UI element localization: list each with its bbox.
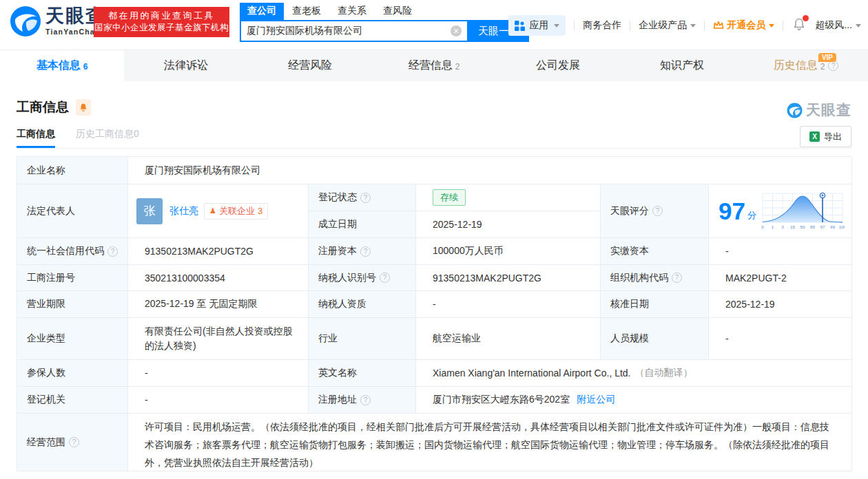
help-icon[interactable] xyxy=(107,246,118,257)
tab-operational-risk[interactable]: 经营风险 xyxy=(248,50,372,81)
search-input[interactable] xyxy=(241,25,451,36)
svg-text:50: 50 xyxy=(800,224,805,229)
search-tab-boss[interactable]: 查老板 xyxy=(284,3,329,20)
svg-text:99: 99 xyxy=(830,224,835,229)
value-industry: 航空运输业 xyxy=(416,318,601,360)
label-taxpayer-id: 纳税人识别号 xyxy=(309,265,416,291)
related-companies-badge[interactable]: ♟ 关联企业 3 xyxy=(204,203,268,220)
label-tianyan-score: 天眼评分 xyxy=(601,184,709,238)
search-tab-risk[interactable]: 查风险 xyxy=(375,3,420,20)
nav-business-cooperation[interactable]: 商务合作 xyxy=(583,19,621,32)
tab-basic-info[interactable]: 基本信息6 xyxy=(0,50,124,81)
nearby-companies-link[interactable]: 附近公司 xyxy=(577,394,615,406)
value-approval-date: 2025-12-19 xyxy=(709,291,852,318)
value-company-name: 厦门翔安国际机场有限公司 xyxy=(128,157,852,184)
value-tianyan-score: 97 分 xyxy=(709,184,852,238)
business-info-table: 企业名称 厦门翔安国际机场有限公司 法定代表人 张 张仕亮 ♟ 关联企业 3 登… xyxy=(17,156,851,471)
label-registration-status: 登记状态 xyxy=(309,184,416,211)
search-tabs: 查公司 查老板 查关系 查风险 xyxy=(240,3,529,20)
label-paid-capital: 实缴资本 xyxy=(601,238,709,265)
crown-icon xyxy=(713,21,724,30)
avatar[interactable]: 张 xyxy=(136,198,163,224)
subtab-business-registration[interactable]: 工商信息 xyxy=(17,128,55,148)
divider xyxy=(704,21,705,31)
label-registration-number: 工商注册号 xyxy=(17,265,128,291)
value-registration-authority: - xyxy=(128,387,309,414)
monitor-bell-button[interactable] xyxy=(76,99,91,116)
label-industry: 行业 xyxy=(309,318,416,360)
excel-icon xyxy=(809,131,820,142)
bell-icon xyxy=(79,103,87,112)
value-legal-representative: 张 张仕亮 ♟ 关联企业 3 xyxy=(128,184,309,238)
svg-text:100: 100 xyxy=(839,224,845,229)
help-icon[interactable] xyxy=(652,206,663,216)
value-registered-address: 厦门市翔安区大嶝东路6号202室 附近公司 xyxy=(416,387,852,414)
tianyancha-logo-icon xyxy=(787,103,803,118)
label-registered-address: 注册地址 xyxy=(309,387,416,414)
section-header: 工商信息 xyxy=(17,98,91,116)
company-nav-tabs: 基本信息6 法律诉讼 经营风险 经营信息2 公司发展 知识产权 VIP 历史信息… xyxy=(0,50,868,81)
label-staff-size: 人员规模 xyxy=(601,318,709,360)
value-registration-status: 存续 xyxy=(416,184,601,211)
nav-account-menu[interactable]: 超级风... xyxy=(815,19,861,32)
nav-enterprise-products[interactable]: 企业级产品 xyxy=(639,19,696,32)
value-company-type: 有限责任公司(非自然人投资或控股的法人独资) xyxy=(128,318,309,360)
watermark-text: 天眼查 xyxy=(806,100,851,120)
score-distribution-chart: 0 1 3 15 50 85 97 99 100 xyxy=(761,190,845,233)
help-icon[interactable] xyxy=(380,273,390,283)
nav-open-membership[interactable]: 开通会员 xyxy=(713,19,774,32)
clear-search-icon[interactable]: ✕ xyxy=(451,25,462,36)
svg-text:1: 1 xyxy=(772,224,774,229)
tab-legal-proceedings[interactable]: 法律诉讼 xyxy=(124,50,248,81)
label-registered-capital: 注册资本 xyxy=(309,238,416,265)
label-insured-count: 参保人数 xyxy=(17,360,128,387)
value-english-name: Xiamen Xiang'an International Airport Co… xyxy=(416,360,852,387)
svg-text:97: 97 xyxy=(820,224,825,229)
tianyancha-watermark: 天眼查 xyxy=(787,100,851,120)
search-tab-relation[interactable]: 查关系 xyxy=(329,3,375,20)
section-title: 工商信息 xyxy=(17,98,69,116)
tab-intellectual-property[interactable]: 知识产权 xyxy=(620,50,744,81)
help-icon[interactable] xyxy=(360,395,371,405)
help-icon[interactable] xyxy=(828,61,838,71)
tab-history-info[interactable]: VIP 历史信息2 xyxy=(744,50,868,81)
help-icon[interactable] xyxy=(360,193,371,203)
tab-business-info[interactable]: 经营信息2 xyxy=(372,50,496,81)
divider xyxy=(783,21,783,31)
status-badge: 存续 xyxy=(433,189,466,206)
svg-text:3: 3 xyxy=(781,224,784,229)
label-approval-date: 核准日期 xyxy=(601,291,709,318)
score-unit: 分 xyxy=(747,209,756,222)
label-business-term: 营业期限 xyxy=(17,291,128,318)
help-icon[interactable] xyxy=(360,246,371,257)
subtab-history-registration[interactable]: 历史工商信息0 xyxy=(76,128,139,148)
search-tab-company[interactable]: 查公司 xyxy=(240,3,284,20)
help-icon[interactable] xyxy=(69,437,79,447)
label-company-name: 企业名称 xyxy=(17,157,128,184)
apps-label: 应用 xyxy=(529,19,548,32)
help-icon[interactable] xyxy=(672,273,682,283)
legal-rep-link[interactable]: 张仕亮 xyxy=(169,205,198,217)
score-axis-labels: 0 1 3 15 50 85 97 99 100 xyxy=(761,224,845,229)
notifications-bell[interactable] xyxy=(793,18,805,33)
chevron-down-icon xyxy=(769,24,774,28)
value-taxpayer-id: 91350213MAK2PUGT2G xyxy=(416,265,601,291)
value-registered-capital: 100000万人民币 xyxy=(416,238,601,265)
apps-menu[interactable]: 应用 xyxy=(508,15,566,36)
label-company-type: 企业类型 xyxy=(17,318,128,360)
score-number: 97 xyxy=(719,199,745,223)
value-credit-code: 91350213MAK2PUGT2G xyxy=(128,238,309,265)
tab-company-development[interactable]: 公司发展 xyxy=(496,50,620,81)
org-chart-icon: ♟ xyxy=(209,206,216,215)
value-registration-number: 350213100003354 xyxy=(128,265,309,291)
label-business-scope: 经营范围 xyxy=(17,414,128,471)
search-module: 查公司 查老板 查关系 查风险 ✕ 天眼一下 xyxy=(240,3,529,42)
promo-banner: 都在用的商业查询工具 国家中小企业发展子基金旗下机构 xyxy=(94,7,229,37)
export-button[interactable]: 导出 xyxy=(800,126,851,147)
chevron-down-icon xyxy=(856,24,861,28)
promo-line1: 都在用的商业查询工具 xyxy=(94,10,229,22)
label-legal-representative: 法定代表人 xyxy=(17,184,128,238)
label-credit-code: 统一社会信用代码 xyxy=(17,238,128,265)
tianyancha-logo-icon xyxy=(10,6,41,37)
value-taxpayer-quality: - xyxy=(416,291,601,318)
